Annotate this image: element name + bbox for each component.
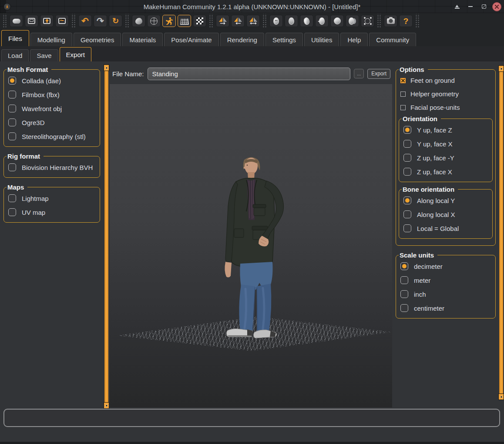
splitter-bar[interactable] — [499, 65, 503, 400]
radio-z-up-face-neg-y[interactable]: Z up, face -Y — [402, 151, 490, 165]
splitter-handle[interactable] — [104, 402, 109, 409]
symmetry-both-button[interactable] — [246, 15, 260, 27]
tab-pose-animate[interactable]: Pose/Animate — [164, 33, 218, 46]
file-new-button[interactable] — [10, 15, 23, 27]
symmetry-right-button[interactable] — [216, 15, 229, 27]
splitter-handle[interactable] — [498, 393, 504, 400]
radio-meter[interactable]: meter — [399, 273, 493, 287]
grid-button[interactable] — [178, 15, 191, 27]
wireframe-button[interactable] — [147, 15, 161, 27]
file-export-button[interactable] — [55, 15, 69, 27]
radio-inch[interactable]: inch — [399, 287, 493, 301]
right-splitter[interactable] — [498, 65, 504, 400]
tab-materials[interactable]: Materials — [122, 33, 163, 46]
checkbox-uv-map[interactable]: UV map — [7, 205, 97, 219]
viewport-3d[interactable] — [110, 84, 392, 407]
pose-figure-icon — [165, 17, 173, 25]
view-left-button[interactable] — [300, 15, 313, 27]
view-back-button[interactable] — [285, 15, 298, 27]
help-button[interactable]: ? — [399, 15, 413, 27]
radio-selected-icon — [8, 77, 16, 85]
checkbox-icon — [400, 105, 406, 110]
window-title: MakeHuman Community 1.2.1 alpha (UNKNOWN… — [0, 3, 504, 10]
save-icon — [28, 18, 35, 24]
mesh-format-group: Mesh Format Collada (dae) Filmbox (fbx) … — [3, 66, 100, 147]
tab-utilities[interactable]: Utilities — [304, 33, 339, 46]
radio-ogre3d[interactable]: Ogre3D — [7, 115, 97, 129]
checkbox-feet-on-ground[interactable]: Feet on ground — [399, 74, 493, 87]
radio-collada[interactable]: Collada (dae) — [7, 74, 97, 88]
view-front-button[interactable] — [269, 15, 283, 27]
view-right-button[interactable] — [315, 15, 329, 27]
undo-button[interactable]: ↶ — [78, 15, 92, 27]
smooth-button[interactable] — [132, 15, 145, 27]
redo-button[interactable]: ↷ — [94, 15, 107, 27]
subtab-load[interactable]: Load — [1, 49, 29, 61]
radio-wavefront[interactable]: Wavefront obj — [7, 102, 97, 115]
tab-rendering[interactable]: Rendering — [220, 33, 264, 46]
radio-filmbox[interactable]: Filmbox (fbx) — [7, 88, 97, 102]
zoom-fit-button[interactable] — [361, 15, 374, 27]
radio-stereolithography[interactable]: Stereolithography (stl) — [7, 129, 97, 143]
radio-along-local-x[interactable]: Along local X — [402, 207, 490, 221]
progress-bar — [3, 409, 500, 427]
content-area: Mesh Format Collada (dae) Filmbox (fbx) … — [0, 61, 504, 407]
pose-button[interactable] — [162, 15, 176, 27]
window-controls — [452, 0, 501, 13]
tab-geometries[interactable]: Geometries — [74, 33, 121, 46]
grab-screen-button[interactable] — [384, 15, 397, 27]
tab-modelling[interactable]: Modelling — [30, 33, 72, 46]
radio-along-local-y[interactable]: Along local Y — [402, 193, 490, 207]
options-group: Options Feet on ground Helper geometry F… — [396, 66, 496, 246]
file-load-button[interactable] — [40, 15, 54, 27]
tab-settings[interactable]: Settings — [265, 33, 303, 46]
maximize-button[interactable] — [479, 2, 489, 11]
radio-selected-icon — [403, 197, 411, 204]
tab-files[interactable]: Files — [1, 30, 29, 46]
minimize-button[interactable] — [465, 2, 476, 11]
view-side-button[interactable] — [346, 15, 359, 27]
checkbox-icon — [400, 92, 406, 97]
shade-button[interactable] — [452, 2, 462, 11]
left-splitter[interactable] — [104, 64, 109, 409]
help-icon: ? — [403, 17, 409, 25]
subtab-save[interactable]: Save — [30, 49, 58, 61]
checkbox-facial-pose-units[interactable]: Facial pose-units — [399, 101, 493, 114]
subdivide-button[interactable] — [193, 15, 206, 27]
radio-y-up-face-z[interactable]: Y up, face Z — [402, 123, 490, 137]
splitter-handle[interactable] — [104, 64, 109, 71]
splitter-handle[interactable] — [498, 65, 504, 72]
main-tab-bar: Files Modelling Geometries Materials Pos… — [0, 29, 504, 46]
symmetry-left-button[interactable] — [231, 15, 245, 27]
browse-button[interactable]: ... — [354, 69, 364, 78]
close-button[interactable] — [492, 2, 501, 11]
scale-units-title: Scale units — [399, 251, 437, 259]
load-icon — [43, 18, 50, 24]
file-save-button[interactable] — [25, 15, 38, 27]
human-model[interactable] — [209, 154, 296, 339]
left-view-icon — [303, 17, 310, 25]
file-name-input[interactable] — [148, 68, 351, 80]
checkbox-helper-geometry[interactable]: Helper geometry — [399, 87, 493, 101]
checkbox-bvh[interactable]: Biovision Hierarchy BVH — [7, 160, 97, 174]
export-action-button[interactable]: Export — [367, 69, 390, 79]
radio-centimeter[interactable]: centimeter — [399, 301, 493, 315]
subtab-export[interactable]: Export — [60, 47, 91, 61]
radio-y-up-face-x[interactable]: Y up, face X — [402, 137, 490, 151]
reset-button[interactable]: ↻ — [109, 15, 122, 27]
reset-icon: ↻ — [112, 17, 119, 25]
tab-help[interactable]: Help — [340, 33, 368, 46]
radio-z-up-face-x[interactable]: Z up, face X — [402, 165, 490, 179]
checked-checkbox-icon — [400, 78, 406, 83]
tab-community[interactable]: Community — [369, 33, 416, 46]
title-bar[interactable]: MakeHuman Community 1.2.1 alpha (UNKNOWN… — [0, 0, 504, 13]
radio-decimeter[interactable]: decimeter — [399, 259, 493, 273]
left-panel: Mesh Format Collada (dae) Filmbox (fbx) … — [0, 61, 104, 407]
bone-orientation-group: Bone orientation Along local Y Along loc… — [399, 186, 493, 239]
view-top-button[interactable] — [330, 15, 344, 27]
splitter-bar[interactable] — [104, 64, 108, 409]
radio-local-equals-global[interactable]: Local = Global — [402, 221, 490, 235]
symmetry-both-icon — [249, 17, 258, 25]
checkbox-icon — [8, 194, 16, 202]
checkbox-lightmap[interactable]: Lightmap — [7, 191, 97, 205]
